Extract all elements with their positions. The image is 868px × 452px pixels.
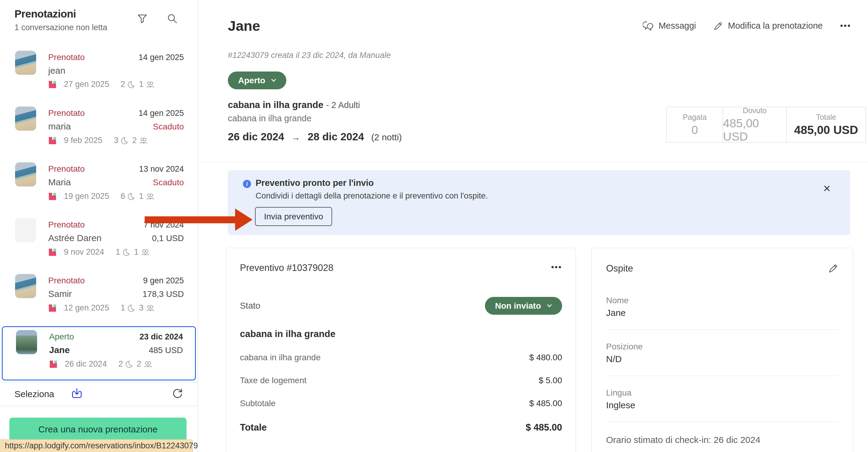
checkin-date: 26 dic 2024 — [65, 359, 107, 369]
filter-icon[interactable] — [137, 13, 148, 24]
send-quote-button[interactable]: Invia preventivo — [255, 207, 332, 226]
quote-title: Preventivo #10379028 — [240, 262, 333, 273]
guests-icon — [146, 193, 154, 200]
list-item-selected[interactable]: Aperto 23 dic 2024 Jane 485 USD 26 dic 2… — [2, 326, 196, 380]
quote-total-amount: $ 485.00 — [526, 422, 562, 433]
quote-status-value: Non inviato — [495, 301, 541, 311]
more-options-button[interactable]: ••• — [840, 21, 851, 30]
list-footer-bar: Seleziona — [0, 382, 198, 406]
list-item[interactable]: Prenotato 14 gen 2025 maria Scaduto 9 fe… — [0, 103, 198, 159]
quote-more-button[interactable]: ••• — [551, 262, 562, 272]
booking-glyph-icon — [49, 360, 58, 368]
create-reservation-button[interactable]: Crea una nuova prenotazione — [9, 418, 187, 441]
occupancy: - 2 Adulti — [326, 100, 360, 110]
reservation-status-dropdown[interactable]: Aperto — [228, 72, 286, 89]
guest-card: Ospite Nome Jane Posizione N/D Lingua In… — [591, 248, 853, 452]
property-thumbnail — [15, 218, 36, 242]
moon-icon — [123, 248, 130, 256]
checkin-date: 9 feb 2025 — [64, 136, 102, 145]
edit-guest-icon[interactable] — [828, 263, 838, 275]
refresh-icon[interactable] — [172, 388, 183, 400]
guest-name: maria — [48, 120, 71, 133]
select-label[interactable]: Seleziona — [14, 389, 71, 399]
guest-location-value: N/D — [606, 354, 838, 364]
guest-name: Astrée Daren — [48, 231, 101, 245]
booking-amount: 0,1 USD — [152, 232, 184, 245]
banner-subtitle: Condividi i dettagli della prenotazione … — [255, 191, 488, 201]
chat-icon — [643, 21, 654, 31]
booking-glyph-icon — [48, 304, 57, 312]
quote-line-item: cabana in ilha grande $ 480.00 — [240, 353, 562, 362]
booking-glyph-icon — [48, 248, 57, 256]
line-item-label: Taxe de logement — [240, 376, 307, 385]
due-value: 485,00 USD — [723, 117, 786, 143]
checkin-note: Orario stimato di check-in: 26 dic 2024 — [606, 435, 838, 445]
booking-amount: 485 USD — [149, 344, 183, 357]
list-item[interactable]: Prenotato 7 nov 2024 Astrée Daren 0,1 US… — [0, 215, 198, 270]
paid-cell: Pagata 0 — [667, 107, 723, 142]
quote-line-item: Subtotale $ 485.00 — [240, 399, 562, 408]
status-badge: Prenotato — [48, 162, 85, 176]
guests-count: 1 — [134, 248, 138, 257]
reservation-meta: #12243079 creata il 23 dic 2024, da Manu… — [228, 51, 391, 60]
guests-count: 2 — [132, 136, 137, 145]
line-item-amount: $ 480.00 — [529, 353, 562, 362]
arrow-right-icon: → — [291, 132, 301, 142]
line-item-label: Subtotale — [240, 399, 276, 408]
booking-date: 14 gen 2025 — [138, 107, 184, 120]
pencil-icon — [713, 21, 723, 31]
edit-label: Modifica la prenotazione — [728, 21, 823, 31]
moon-icon — [125, 360, 133, 368]
list-item[interactable]: Prenotato 14 gen 2025 jean 27 gen 2025 2… — [0, 47, 198, 103]
unread-count: 1 conversazione non letta — [14, 23, 184, 32]
reservation-list: Prenotato 14 gen 2025 jean 27 gen 2025 2… — [0, 47, 198, 380]
guests-icon — [139, 137, 148, 144]
moon-icon — [127, 193, 135, 200]
expired-badge: Scaduto — [153, 120, 184, 133]
nights-count: 2 — [121, 80, 125, 89]
checkin-note-value: - — [606, 450, 838, 452]
paid-label: Pagata — [683, 113, 707, 121]
quote-card: Preventivo #10379028 ••• Stato Non invia… — [226, 248, 576, 452]
checkin-date: 9 nov 2024 — [64, 248, 104, 257]
section-divider — [198, 162, 868, 163]
room-name: cabana in ilha grande — [228, 113, 402, 123]
booking-date: 13 nov 2024 — [139, 162, 184, 176]
guest-name: Samir — [48, 287, 72, 301]
chevron-down-icon — [271, 79, 276, 82]
booking-glyph-icon — [48, 136, 57, 145]
info-icon: i — [243, 180, 251, 188]
quote-status-dropdown[interactable]: Non inviato — [485, 297, 562, 315]
list-item[interactable]: Prenotato 9 gen 2025 Samir 178,3 USD 12 … — [0, 270, 198, 326]
moon-icon — [127, 81, 135, 88]
download-icon[interactable] — [71, 388, 83, 400]
line-item-amount: $ 485.00 — [529, 399, 562, 408]
guests-count: 1 — [139, 80, 144, 89]
expired-badge: Scaduto — [153, 176, 184, 189]
edit-reservation-button[interactable]: Modifica la prenotazione — [713, 21, 823, 31]
reservation-status-label: Aperto — [238, 76, 265, 85]
nights-count: 6 — [121, 192, 125, 201]
reservations-sidebar: Prenotazioni 1 conversazione non letta P… — [0, 0, 198, 452]
quote-ready-banner: i Preventivo pronto per l'invio Condivid… — [228, 170, 850, 235]
booking-glyph-icon — [48, 80, 57, 89]
moon-icon — [127, 304, 135, 312]
line-item-amount: $ 5.00 — [538, 376, 562, 385]
quote-property-heading: cabana in ilha grande — [240, 329, 562, 339]
booking-glyph-icon — [48, 192, 57, 201]
quote-line-item: Taxe de logement $ 5.00 — [240, 376, 562, 385]
guests-icon — [141, 248, 150, 256]
reservation-detail: Jane Messaggi Modifica la prenotazione •… — [198, 0, 868, 452]
guest-name: jean — [48, 64, 65, 77]
property-thumbnail — [15, 107, 36, 131]
list-item[interactable]: Prenotato 13 nov 2024 Maria Scaduto 19 g… — [0, 159, 198, 215]
close-icon[interactable]: ✕ — [823, 183, 831, 194]
payment-summary: Pagata 0 Dovuto 485,00 USD Totale 485,00… — [666, 107, 866, 142]
messages-button[interactable]: Messaggi — [643, 21, 696, 31]
booking-date: 7 nov 2024 — [144, 218, 184, 231]
quote-status-label: Stato — [240, 301, 260, 311]
search-icon[interactable] — [167, 13, 178, 24]
due-label: Dovuto — [743, 106, 767, 115]
checkin-date: 19 gen 2025 — [64, 192, 109, 201]
chevron-down-icon — [547, 304, 552, 308]
